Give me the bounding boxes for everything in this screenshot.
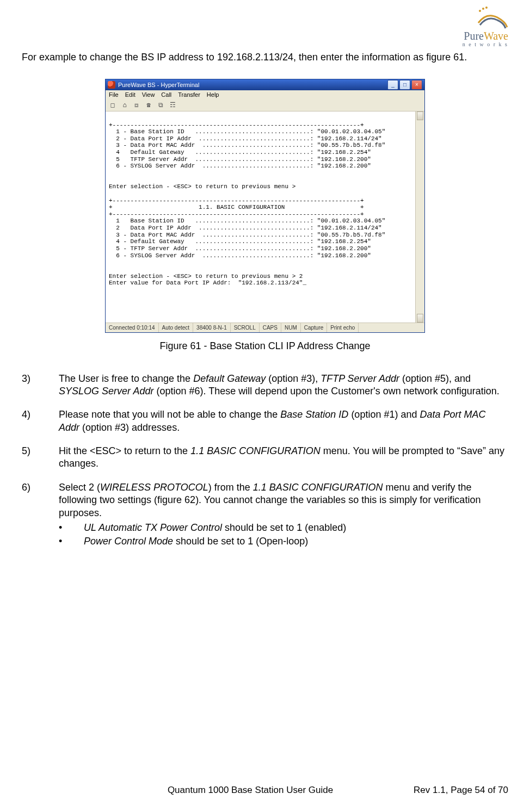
status-echo: Print echo (327, 323, 359, 332)
s3-it-2: TFTP Server Addr (321, 373, 399, 384)
s3-text-3: (option #5), and (399, 373, 471, 384)
new-icon[interactable]: □ (109, 101, 116, 109)
s4-text-2: (option #1) and (348, 409, 420, 420)
properties-icon[interactable]: ☶ (169, 101, 176, 109)
s5-text-1: Hit the <ESC> to return to the (59, 445, 190, 456)
toolbar: □ ⌂ ⧈ ☎ ⧉ ☶ (106, 99, 424, 111)
bullet-1: UL Automatic TX Power Control should be … (59, 522, 508, 534)
svg-point-2 (485, 7, 488, 9)
s6-it-2: 1.1 BASIC CONFIGURATION (253, 482, 383, 493)
vertical-scrollbar[interactable] (415, 111, 424, 323)
statusbar: Connected 0:10:14 Auto detect 38400 8-N-… (106, 323, 424, 332)
step-6: Select 2 (WIRELESS PROTOCOL) from the 1.… (22, 481, 508, 548)
menu-help[interactable]: Help (207, 91, 219, 98)
bullet-2: Power Control Mode should be set to 1 (O… (59, 535, 508, 548)
b1-text: should be set to 1 (enabled) (222, 522, 346, 533)
status-baud: 38400 8-N-1 (193, 323, 231, 332)
menu-view[interactable]: View (142, 91, 155, 98)
logo-block: PureWave n e t w o r k s (463, 7, 508, 47)
status-caps: CAPS (260, 323, 281, 332)
s3-it-3: SYSLOG Server Addr (59, 386, 153, 396)
save-icon[interactable]: ⧈ (133, 101, 140, 109)
status-capture: Capture (301, 323, 328, 332)
maximize-button[interactable]: □ (399, 80, 410, 90)
footer-center: Quantum 1000 Base Station User Guide (87, 785, 414, 796)
b2-text: should be set to 1 (Open-loop) (173, 536, 308, 547)
s3-text-1: The User is free to change the (59, 373, 193, 384)
menu-transfer[interactable]: Transfer (178, 91, 200, 98)
menu-file[interactable]: File (109, 91, 119, 98)
logo-swoosh-icon (476, 7, 508, 29)
s3-text-4: (option #6). These will depend upon the … (153, 386, 499, 396)
s4-text-1: Please note that you will not be able to… (59, 409, 280, 420)
terminal-output[interactable]: +---------------------------------------… (106, 117, 415, 317)
minimize-button[interactable]: _ (387, 80, 398, 90)
open-icon[interactable]: ⌂ (121, 101, 128, 109)
app-icon (108, 81, 115, 89)
disconnect-icon[interactable]: ⧉ (157, 101, 164, 109)
status-num: NUM (281, 323, 301, 332)
s6-it-1: WIRELESS PROTOCOL (100, 482, 208, 493)
logo-brand: PureWave (463, 30, 508, 41)
menu-call[interactable]: Call (161, 91, 171, 98)
s5-it-1: 1.1 BASIC CONFIGURATION (190, 445, 321, 456)
close-button[interactable]: × (411, 80, 422, 90)
call-icon[interactable]: ☎ (145, 101, 152, 109)
svg-point-0 (479, 10, 481, 12)
logo-text-wave: Wave (484, 30, 508, 42)
s6-text-2: ) from the (208, 482, 253, 493)
svg-point-1 (482, 8, 484, 10)
window-title: PureWave BS - HyperTerminal (118, 82, 387, 88)
step-4: Please note that you will not be able to… (22, 408, 508, 434)
menu-edit[interactable]: Edit (125, 91, 135, 98)
s4-text-3: (option #3) addresses. (79, 422, 180, 433)
page-footer: Quantum 1000 Base Station User Guide Rev… (0, 785, 530, 796)
step-5: Hit the <ESC> to return to the 1.1 BASIC… (22, 445, 508, 470)
figure-61: PureWave BS - HyperTerminal _ □ × File E… (105, 79, 425, 333)
s3-text-2: (option #3), (266, 373, 321, 384)
hyperterminal-window: PureWave BS - HyperTerminal _ □ × File E… (105, 79, 425, 333)
status-detect: Auto detect (159, 323, 194, 332)
b2-it: Power Control Mode (84, 536, 173, 547)
intro-paragraph: For example to change the BS IP address … (22, 51, 508, 64)
step-3: The User is free to change the Default G… (22, 373, 508, 398)
s6-text-1: Select 2 ( (59, 482, 100, 493)
window-titlebar: PureWave BS - HyperTerminal _ □ × (106, 79, 424, 90)
s4-it-1: Base Station ID (280, 409, 348, 420)
s3-it-1: Default Gateway (193, 373, 266, 384)
footer-right: Rev 1.1, Page 54 of 70 (414, 785, 508, 796)
logo-subtext: n e t w o r k s (463, 41, 508, 47)
status-scroll: SCROLL (231, 323, 260, 332)
menubar: File Edit View Call Transfer Help (106, 90, 424, 99)
b1-it: UL Automatic TX Power Control (84, 522, 222, 533)
logo-text-pure: Pure (464, 30, 484, 42)
status-connected: Connected 0:10:14 (106, 323, 159, 332)
figure-caption: Figure 61 - Base Station CLI IP Address … (22, 340, 508, 352)
